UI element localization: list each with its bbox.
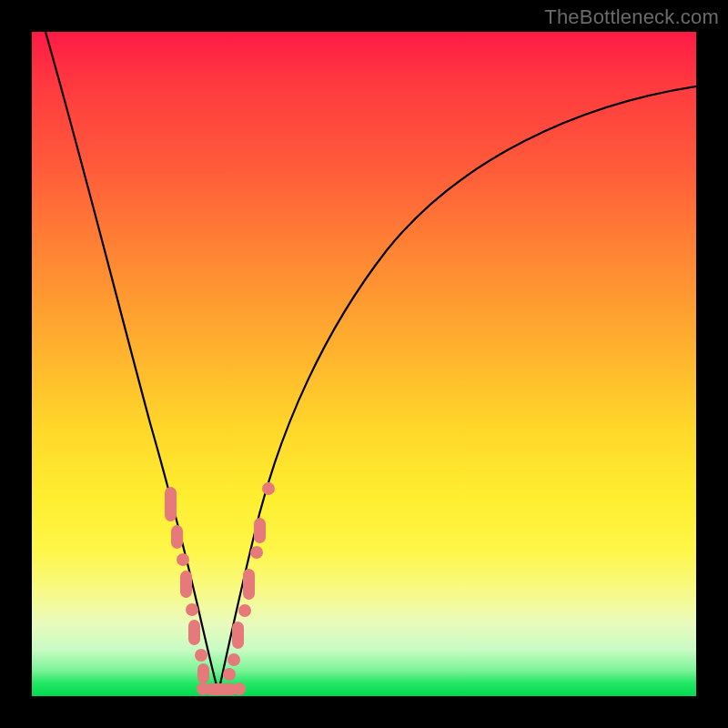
marker-cluster-right [223, 482, 275, 681]
svg-rect-5 [188, 620, 200, 645]
svg-rect-16 [205, 683, 238, 695]
svg-point-17 [197, 682, 209, 695]
svg-point-6 [195, 649, 207, 662]
svg-point-4 [186, 603, 198, 616]
svg-point-14 [228, 653, 240, 666]
svg-point-15 [223, 668, 236, 681]
marker-cluster-bottom [197, 682, 246, 695]
watermark-text: TheBottleneck.com [544, 5, 719, 29]
svg-point-10 [250, 546, 263, 559]
svg-rect-0 [165, 487, 177, 521]
svg-point-8 [262, 482, 275, 495]
left-curve [46, 32, 218, 693]
svg-rect-7 [197, 663, 209, 683]
svg-point-18 [233, 682, 246, 695]
svg-rect-13 [232, 622, 244, 649]
svg-point-2 [177, 553, 189, 566]
svg-rect-3 [180, 571, 192, 598]
right-curve [218, 86, 696, 693]
svg-point-12 [238, 604, 251, 617]
plot-area [32, 32, 696, 696]
svg-rect-11 [243, 569, 255, 600]
marker-cluster-left [165, 487, 209, 683]
chart-frame: TheBottleneck.com [0, 0, 728, 728]
chart-svg [32, 32, 696, 696]
svg-rect-9 [254, 518, 266, 543]
svg-rect-1 [171, 525, 183, 549]
